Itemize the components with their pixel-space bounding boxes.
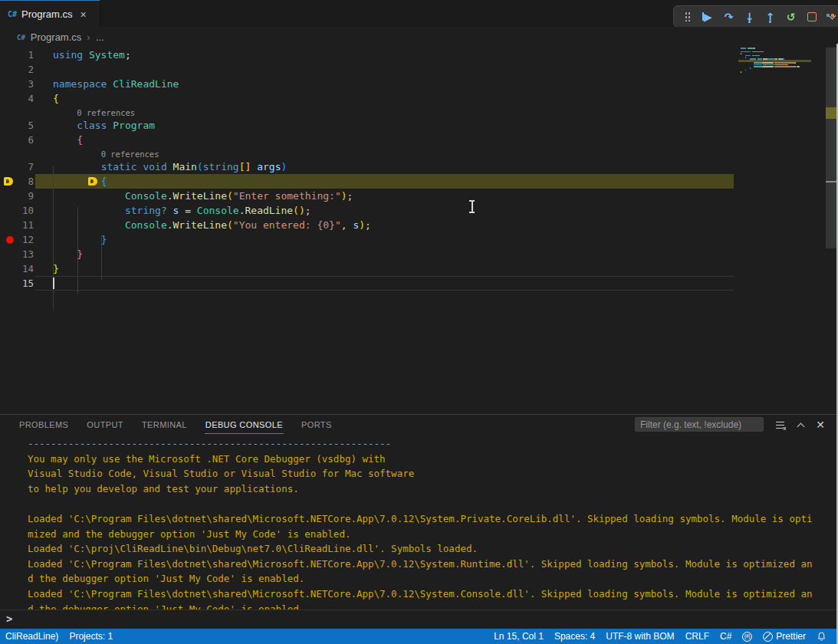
overview-ruler-debug-marker <box>826 107 836 119</box>
status-bar: CliReadLine)Projects: 1 Ln 15, Col 1Spac… <box>0 629 838 644</box>
token <box>53 190 125 202</box>
panel-tab-output[interactable]: OUTPUT <box>86 416 124 433</box>
bottom-panel: PROBLEMSOUTPUTTERMINALDEBUG CONSOLEPORTS… <box>0 414 838 629</box>
continue-button[interactable]: ▶ <box>700 8 716 25</box>
status-item-csdevkit-status[interactable]: {#} <box>737 629 757 644</box>
tab-close-icon[interactable]: × <box>81 8 87 21</box>
step-over-button[interactable]: ↷ <box>721 8 737 25</box>
cursor-line-highlight <box>35 276 734 291</box>
status-item-notifications[interactable] <box>811 629 832 644</box>
step-dot-glyph <box>748 21 751 23</box>
status-item-encoding[interactable]: UTF-8 with BOM <box>600 629 679 644</box>
token: ; <box>365 219 371 231</box>
line-number-15[interactable]: 15 <box>0 276 34 291</box>
code-line-15: 15 <box>0 276 826 291</box>
token: namespace <box>53 78 107 90</box>
code-text: Console.WriteLine("Enter something:"); <box>53 189 353 203</box>
code-text: string? s = Console.ReadLine(); <box>53 203 311 218</box>
status-item-debug-target[interactable]: CliReadLine) <box>0 629 64 644</box>
token: WriteLine <box>173 190 227 202</box>
tab-program-cs[interactable]: C# Program.cs × <box>0 0 100 28</box>
line-number-6[interactable]: 6 <box>0 133 34 147</box>
token: args <box>257 161 281 172</box>
breadcrumb-symbol[interactable]: ... <box>96 31 104 43</box>
code-line-3: 3namespace CliReadLine <box>0 77 826 91</box>
token <box>251 161 257 172</box>
debug-console-output[interactable]: ----------------------------------------… <box>0 435 836 610</box>
token: "Enter something:" <box>233 190 341 202</box>
status-label: CRLF <box>685 631 709 642</box>
token <box>167 205 173 216</box>
run-dot-icon <box>826 14 830 17</box>
panel-tab-debug-console[interactable]: DEBUG CONSOLE <box>205 416 284 434</box>
editor-actions-icon[interactable] <box>826 14 834 17</box>
console-line: d the debugger option 'Just My Code' is … <box>28 602 304 610</box>
breadcrumb-file[interactable]: Program.cs <box>31 31 81 43</box>
step-into-button[interactable]: ↓ <box>741 8 757 25</box>
editor-caret <box>53 278 54 289</box>
token: ( <box>227 190 233 202</box>
gripper-dots <box>685 12 691 21</box>
debug-current-line-arrow-icon <box>4 177 13 186</box>
console-prompt-chevron[interactable]: > <box>6 613 12 625</box>
minimap-line <box>774 66 794 67</box>
token <box>53 234 101 245</box>
token: } <box>53 263 59 274</box>
status-item-cursor-position[interactable]: Ln 15, Col 1 <box>488 629 549 644</box>
line-number-9[interactable]: 9 <box>0 189 34 203</box>
line-number-13[interactable]: 13 <box>0 247 34 261</box>
codelens-references[interactable]: 0 references <box>77 107 135 119</box>
line-number-1[interactable]: 1 <box>0 48 34 62</box>
tab-label: Program.cs <box>21 8 72 20</box>
token: void <box>143 161 166 172</box>
editor-scrollbar[interactable] <box>826 48 836 248</box>
status-item-formatter-status[interactable]: Prettier <box>757 629 811 644</box>
minimap-line <box>795 62 796 64</box>
code-line-13: 13 } <box>0 247 826 261</box>
line-number-12[interactable]: 12 <box>0 232 34 247</box>
code-editor[interactable]: 1using System;23namespace CliReadLine4{0… <box>0 48 826 414</box>
breadcrumb: C# Program.cs › ... <box>0 27 838 48</box>
code-text: } <box>53 261 59 276</box>
clear-console-icon[interactable]: x <box>774 419 786 431</box>
console-filter-input[interactable] <box>635 417 764 432</box>
code-text: { <box>53 133 83 147</box>
token: ; <box>305 205 311 216</box>
token: static <box>101 161 137 172</box>
code-line-5: 5 class Program <box>0 118 826 133</box>
panel-tab-problems[interactable]: PROBLEMS <box>18 416 69 433</box>
stop-square-glyph <box>807 12 817 21</box>
line-number-11[interactable]: 11 <box>0 218 34 232</box>
step-out-button[interactable]: ↑ <box>762 8 778 25</box>
stop-button[interactable] <box>803 8 820 25</box>
line-number-3[interactable]: 3 <box>0 77 34 91</box>
status-item-indentation[interactable]: Spaces: 4 <box>549 629 600 644</box>
close-panel-icon[interactable]: ✕ <box>814 419 826 431</box>
status-label: Spaces: 4 <box>554 631 595 642</box>
console-line: to help you develop and test your applic… <box>28 481 299 497</box>
restart-button[interactable]: ↺ <box>783 8 799 25</box>
minimap[interactable] <box>736 48 824 94</box>
token: string <box>125 205 161 216</box>
panel-tab-terminal[interactable]: TERMINAL <box>141 416 188 433</box>
breakpoint-icon[interactable] <box>6 236 14 244</box>
panel-tab-ports[interactable]: PORTS <box>301 416 333 433</box>
line-number-5[interactable]: 5 <box>0 118 34 133</box>
line-number-7[interactable]: 7 <box>0 159 34 174</box>
status-item-projects-count[interactable]: Projects: 1 <box>64 629 118 644</box>
status-item-language-mode[interactable]: C# <box>715 629 737 644</box>
codelens-references[interactable]: 0 references <box>101 148 159 160</box>
gripper-icon[interactable] <box>679 8 695 25</box>
maximize-panel-icon[interactable] <box>794 419 807 431</box>
line-number-10[interactable]: 10 <box>0 203 34 218</box>
token: ReadLine <box>245 205 293 216</box>
console-line: d the debugger option 'Just My Code' is … <box>28 571 304 586</box>
minimap-line <box>745 57 746 58</box>
line-number-14[interactable]: 14 <box>0 261 34 276</box>
line-number-2[interactable]: 2 <box>0 62 34 77</box>
code-line-8: 8 { <box>0 174 826 189</box>
minimap-line <box>752 55 760 57</box>
minimap-line <box>741 71 741 73</box>
line-number-4[interactable]: 4 <box>0 91 34 106</box>
status-item-eol-indicator[interactable]: CRLF <box>680 629 715 644</box>
